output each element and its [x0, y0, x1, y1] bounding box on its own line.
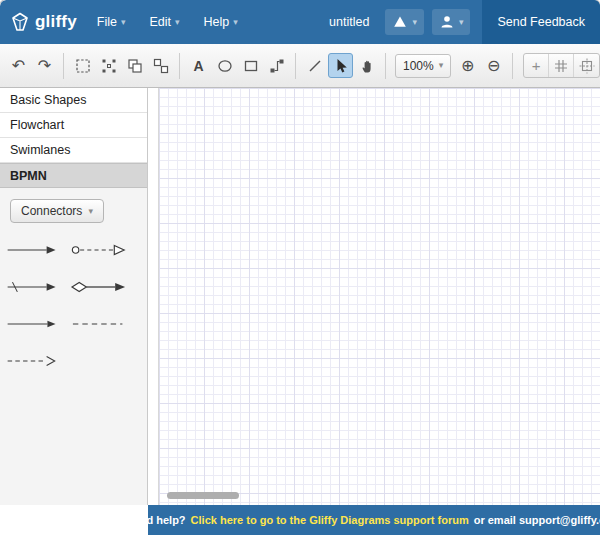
connectors-dropdown-label: Connectors — [21, 204, 82, 218]
connectors-dropdown-button[interactable]: Connectors ▾ — [10, 199, 104, 223]
ellipse-tool-button[interactable] — [212, 53, 237, 78]
expand-canvas-button[interactable]: + — [524, 54, 549, 77]
caret-down-icon: ▾ — [459, 18, 464, 27]
user-icon — [439, 14, 455, 30]
conditional-flow-icon — [68, 278, 130, 296]
logo-text: gliffy — [35, 12, 77, 32]
connector-shape-message-flow[interactable] — [68, 239, 143, 261]
grid-toggle-button[interactable] — [549, 54, 574, 77]
menu-file-label: File — [97, 15, 117, 29]
toolbar-separator — [385, 53, 386, 79]
drawing-canvas[interactable] — [158, 88, 600, 505]
support-email-label: or email support@gliffy.com — [474, 514, 600, 526]
sidebar-item-bpmn[interactable]: BPMN — [0, 163, 147, 188]
connector-tool-icon — [269, 58, 285, 74]
menu-edit-label: Edit — [150, 15, 172, 29]
connector-shape-dashed-directed-association[interactable] — [6, 350, 68, 372]
zoom-in-button[interactable]: ⊕ — [455, 53, 480, 78]
default-flow-icon — [6, 278, 58, 296]
sidebar-item-label: Basic Shapes — [10, 93, 86, 107]
send-feedback-button[interactable]: Send Feedback — [482, 0, 600, 44]
connector-shape-association[interactable] — [68, 313, 143, 335]
ungroup-button[interactable] — [148, 53, 173, 78]
drag-handles-button[interactable] — [96, 53, 121, 78]
hand-icon — [359, 58, 375, 74]
gliffy-app-window: gliffy File ▾ Edit ▾ Help ▾ untitled ▾ — [0, 0, 600, 537]
google-drive-icon — [392, 15, 408, 29]
directed-association-icon — [6, 315, 58, 333]
sidebar-item-label: Swimlanes — [10, 143, 70, 157]
toolbar-separator — [512, 53, 513, 79]
google-drive-button[interactable]: ▾ — [385, 9, 424, 35]
sidebar-item-swimlanes[interactable]: Swimlanes — [0, 138, 147, 163]
message-flow-icon — [68, 241, 130, 259]
dashed-directed-association-icon — [6, 352, 58, 370]
sidebar-item-basic-shapes[interactable]: Basic Shapes — [0, 88, 147, 113]
toolbar-separator — [295, 53, 296, 79]
zoom-level-select[interactable]: 100% ▾ — [395, 54, 451, 78]
toolbar-separator — [63, 53, 64, 79]
rectangle-icon — [243, 58, 259, 74]
connector-shape-directed-association[interactable] — [6, 313, 68, 335]
toolbar: ↶ ↷ — [0, 44, 600, 88]
sidebar-item-label: BPMN — [10, 169, 47, 183]
caret-down-icon: ▾ — [121, 18, 126, 27]
group-icon — [127, 58, 143, 74]
rectangle-tool-button[interactable] — [238, 53, 263, 78]
zoom-out-button[interactable]: ⊖ — [481, 53, 506, 78]
document-title[interactable]: untitled — [329, 15, 369, 29]
menu-file[interactable]: File ▾ — [97, 15, 126, 29]
horizontal-scrollbar[interactable] — [167, 492, 239, 499]
menu-edit[interactable]: Edit ▾ — [150, 15, 180, 29]
association-icon — [68, 315, 130, 333]
pointer-tool-button[interactable] — [328, 53, 353, 78]
sidebar-item-flowchart[interactable]: Flowchart — [0, 113, 147, 138]
connector-shape-conditional-flow[interactable] — [68, 276, 143, 298]
connector-shape-sequence-flow[interactable] — [6, 239, 68, 261]
topbar: gliffy File ▾ Edit ▾ Help ▾ untitled ▾ — [0, 0, 600, 44]
grid-settings-group: + — [523, 53, 600, 78]
caret-down-icon: ▾ — [439, 61, 444, 70]
text-tool-icon: A — [193, 59, 203, 73]
toolbar-separator — [179, 53, 180, 79]
pointer-cursor-icon — [333, 58, 349, 74]
drag-handles-icon — [101, 58, 117, 74]
redo-button[interactable]: ↷ — [32, 53, 57, 78]
guides-toggle-button[interactable] — [574, 54, 599, 77]
text-tool-button[interactable]: A — [186, 53, 211, 78]
group-button[interactable] — [122, 53, 147, 78]
line-tool-button[interactable] — [302, 53, 327, 78]
gliffy-logo: gliffy — [10, 12, 77, 32]
pan-tool-button[interactable] — [354, 53, 379, 78]
sequence-flow-icon — [6, 241, 58, 259]
marquee-select-icon — [75, 58, 91, 74]
ellipse-icon — [217, 58, 233, 74]
zoom-level-value: 100% — [403, 59, 434, 73]
caret-down-icon: ▾ — [412, 18, 417, 27]
redo-icon: ↷ — [38, 58, 51, 74]
connector-tool-button[interactable] — [264, 53, 289, 78]
need-help-label: Need help? — [126, 514, 185, 526]
undo-icon: ↶ — [12, 58, 25, 74]
zoom-in-icon: ⊕ — [461, 58, 474, 74]
line-tool-icon — [307, 58, 323, 74]
marquee-select-button[interactable] — [70, 53, 95, 78]
menu-help[interactable]: Help ▾ — [204, 15, 238, 29]
sidebar-canvas-gutter — [148, 88, 158, 505]
support-forum-link[interactable]: Click here to go to the Gliffy Diagrams … — [191, 514, 469, 526]
account-button[interactable]: ▾ — [432, 9, 471, 35]
grid-icon — [553, 58, 569, 74]
connector-shape-grid — [0, 223, 147, 372]
gliffy-logo-icon — [10, 12, 30, 32]
zoom-out-icon: ⊖ — [487, 58, 500, 74]
ungroup-icon — [153, 58, 169, 74]
shape-library-sidebar: Basic Shapes Flowchart Swimlanes BPMN Co… — [0, 88, 148, 505]
sidebar-item-label: Flowchart — [10, 118, 64, 132]
undo-button[interactable]: ↶ — [6, 53, 31, 78]
plus-icon: + — [532, 57, 541, 74]
connector-shape-default-flow[interactable] — [6, 276, 68, 298]
caret-down-icon: ▾ — [88, 207, 93, 216]
help-footer: Need help? Click here to go to the Gliff… — [148, 505, 600, 535]
empty-cell — [68, 350, 143, 372]
caret-down-icon: ▾ — [175, 18, 180, 27]
